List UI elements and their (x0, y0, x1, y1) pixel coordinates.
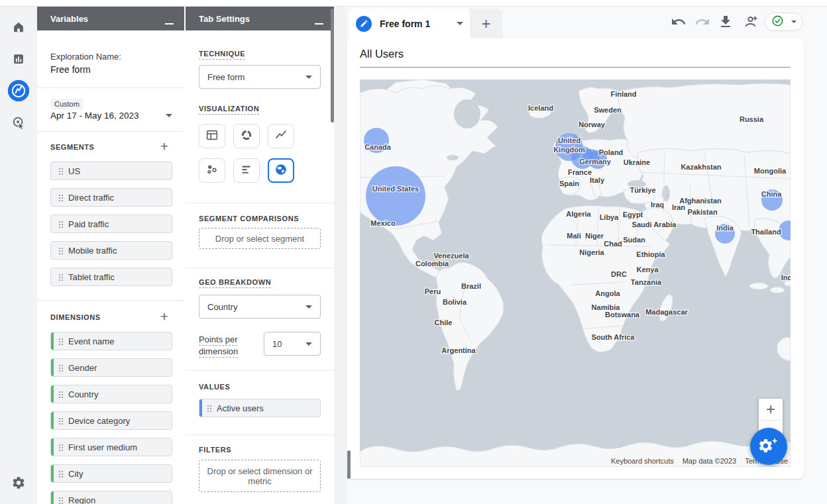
dimension-color-bar (51, 438, 54, 456)
drag-handle-icon[interactable] (58, 274, 63, 281)
nav-explore-button[interactable] (8, 80, 29, 101)
map-label: France (568, 168, 592, 176)
drag-handle-icon[interactable] (58, 470, 63, 478)
map-label: Venezuela (433, 252, 469, 260)
nav-settings-button[interactable] (8, 472, 29, 493)
advertising-icon (11, 115, 26, 130)
drag-handle-icon[interactable] (58, 391, 63, 398)
viz-option-line-chart[interactable] (268, 124, 294, 148)
drag-handle-icon[interactable] (58, 194, 63, 201)
drag-handle-icon[interactable] (207, 405, 211, 412)
exploration-name-value[interactable]: Free form (50, 64, 91, 75)
drag-handle-icon[interactable] (58, 247, 63, 254)
chevron-down-icon (166, 114, 172, 117)
undo-button[interactable] (671, 14, 687, 30)
drag-handle-icon[interactable] (58, 417, 63, 425)
dimension-chip[interactable]: Country (50, 385, 172, 403)
map-label: Ind (781, 274, 791, 281)
donut-chart-icon (239, 128, 254, 145)
dimension-chip[interactable]: Region (50, 491, 172, 504)
map-label: India (716, 224, 734, 232)
viz-option-bar-chart[interactable] (233, 158, 260, 183)
share-add-user-button[interactable] (742, 14, 757, 30)
dimension-chip[interactable]: Device category (50, 411, 172, 430)
drag-handle-icon[interactable] (58, 497, 63, 504)
values-label: VALUES (199, 383, 230, 391)
viz-option-scatter-chart[interactable] (199, 158, 225, 183)
map-label: Iraq (651, 201, 664, 209)
chevron-down-icon[interactable] (457, 22, 463, 25)
segments-title: SEGMENTS (50, 143, 95, 151)
dimension-chip[interactable]: First user medium (50, 438, 172, 456)
canvas-scrollbar[interactable] (347, 450, 351, 479)
segment-chip[interactable]: Mobile traffic (50, 241, 172, 260)
map-label: United (558, 136, 580, 144)
data-bubble[interactable] (366, 166, 425, 226)
geo-breakdown-select[interactable]: Country (199, 295, 321, 319)
add-tab-button[interactable]: + (470, 9, 502, 38)
map-label: Algeria (566, 210, 591, 218)
dimension-label: Gender (68, 363, 97, 373)
dimension-chip[interactable]: Event name (50, 332, 172, 350)
insights-fab-button[interactable] (750, 428, 787, 465)
date-range-badge: Custom (50, 99, 83, 109)
nav-home-button[interactable] (8, 17, 29, 38)
minimize-icon[interactable] (165, 23, 174, 25)
panel-scrollbar[interactable] (331, 9, 334, 123)
variables-panel-header: Variables (37, 7, 184, 30)
segment-chip[interactable]: Paid traffic (50, 215, 172, 233)
redo-button[interactable] (694, 14, 710, 30)
nav-reports-button[interactable] (8, 48, 29, 70)
minimize-icon[interactable] (315, 23, 323, 25)
viz-option-geo-map[interactable] (268, 158, 294, 183)
zoom-in-button[interactable]: + (759, 399, 783, 421)
dimension-label: Device category (68, 416, 130, 426)
map-label: Türkiye (630, 186, 655, 194)
dimensions-title: DIMENSIONS (50, 313, 101, 321)
segment-label: Tablet traffic (68, 272, 115, 282)
drag-handle-icon[interactable] (58, 168, 63, 175)
map-label: Madagascar (645, 308, 688, 316)
variables-panel: Variables Exploration Name: Free form Cu… (37, 7, 184, 504)
tab-free-form-1[interactable]: Free form 1 (349, 9, 470, 38)
dimension-color-bar (51, 465, 54, 482)
status-button[interactable] (765, 13, 803, 31)
line-chart-icon (274, 128, 288, 145)
technique-select[interactable]: Free form (199, 65, 321, 89)
points-per-dimension-select[interactable]: 10 (264, 332, 321, 356)
segment-comparisons-dropzone[interactable]: Drop or select segment (199, 228, 321, 249)
variables-panel-title: Variables (50, 14, 88, 24)
drag-handle-icon[interactable] (58, 221, 63, 228)
drag-handle-icon[interactable] (58, 444, 63, 451)
segment-chip[interactable]: Tablet traffic (50, 268, 172, 286)
segment-chip[interactable]: Direct traffic (50, 188, 172, 207)
drag-handle-icon[interactable] (58, 364, 63, 372)
map-label: Iceland (528, 104, 553, 112)
divider (37, 131, 184, 132)
add-segment-button[interactable]: + (156, 139, 172, 155)
segment-label: US (68, 166, 80, 176)
segment-chip[interactable]: US (50, 162, 172, 180)
dimension-chip[interactable]: City (50, 464, 172, 483)
tab-settings-title: Tab Settings (199, 14, 250, 24)
exploration-name-label: Exploration Name: (50, 52, 121, 62)
segment-label: Paid traffic (68, 219, 109, 229)
filters-dropzone[interactable]: Drop or select dimension or metric (199, 460, 321, 492)
drag-handle-icon[interactable] (58, 338, 63, 345)
geo-map[interactable]: IcelandFinlandSwedenNorwayRussiaCanadaUn… (360, 79, 791, 467)
filters-label: FILTERS (199, 446, 231, 454)
value-chip[interactable]: Active users (199, 399, 321, 417)
viz-option-donut-chart[interactable] (233, 124, 260, 148)
points-per-dimension-label: Points per dimension (199, 334, 245, 357)
canvas-title: All Users (360, 48, 404, 60)
date-range-selector[interactable]: Apr 17 - May 16, 2023 (50, 111, 172, 121)
keyboard-shortcuts-link[interactable]: Keyboard shortcuts (611, 457, 674, 465)
geo-breakdown-label: GEO BREAKDOWN (199, 278, 271, 286)
add-dimension-button[interactable]: + (156, 309, 172, 325)
dimension-chip[interactable]: Gender (50, 358, 172, 377)
download-button[interactable] (718, 14, 734, 30)
divider (186, 268, 334, 268)
map-label: DRC (611, 270, 627, 278)
nav-advertising-button[interactable] (8, 112, 29, 133)
viz-option-table[interactable] (199, 124, 225, 148)
